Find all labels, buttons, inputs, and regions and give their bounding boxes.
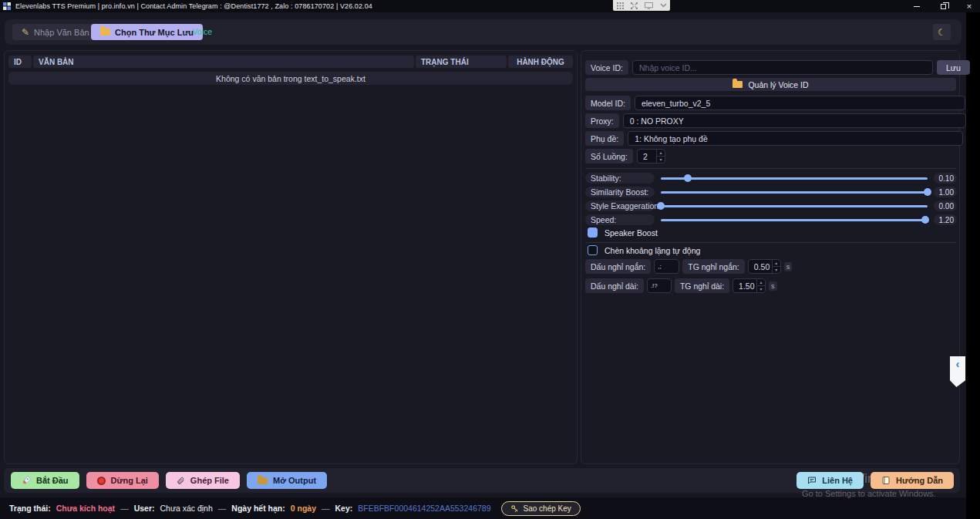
subtitle-select[interactable] <box>628 131 963 146</box>
similarity-label: Similarity Boost: <box>585 187 655 197</box>
speaker-boost-checkbox[interactable] <box>588 227 598 238</box>
stability-value: 0.10 <box>934 173 957 184</box>
model-id-input[interactable] <box>635 96 965 110</box>
threads-stepper[interactable]: ▴ ▾ <box>637 149 665 163</box>
long-time-input[interactable] <box>733 279 756 292</box>
minimize-button[interactable] <box>912 2 921 11</box>
divider <box>585 168 956 169</box>
separator: — <box>322 504 330 513</box>
capture-overlay-toolbar <box>613 0 670 11</box>
similarity-slider[interactable] <box>661 187 928 197</box>
manage-voice-id-button[interactable]: Quản lý Voice ID <box>585 78 956 91</box>
manage-voice-id-label: Quản lý Voice ID <box>748 80 808 89</box>
spin-up-icon[interactable]: ▴ <box>773 260 780 267</box>
separator: — <box>120 504 129 513</box>
window-controls: × <box>912 0 974 12</box>
slider-thumb[interactable] <box>921 216 929 224</box>
open-output-button[interactable]: Mở Output <box>247 472 327 489</box>
style-slider[interactable] <box>661 201 928 211</box>
monitor-icon[interactable] <box>645 2 653 9</box>
short-time-stepper[interactable]: ▴ ▾ <box>748 259 781 274</box>
app-body: ✎ Nhập Văn Bản Chọn Thư Mục Lưu → Voice … <box>0 12 966 519</box>
voice-id-label: Voice ID: <box>585 60 628 75</box>
app-logo-icon <box>3 2 11 10</box>
guide-button[interactable]: Hướng Dẫn <box>871 472 954 489</box>
stability-slider[interactable] <box>661 173 928 184</box>
speed-slider[interactable] <box>661 214 928 225</box>
grid-icon[interactable] <box>617 2 624 9</box>
subtitle-label: Phụ đề: <box>585 131 624 146</box>
spin-down-icon[interactable]: ▾ <box>773 267 780 273</box>
spin-down-icon[interactable]: ▾ <box>757 286 765 292</box>
close-button[interactable]: × <box>965 2 974 11</box>
slider-thumb[interactable] <box>924 188 931 196</box>
guide-label: Hướng Dẫn <box>896 476 943 485</box>
start-label: Bắt Đầu <box>36 476 69 485</box>
divider <box>585 242 956 243</box>
short-pause-label: Dấu nghỉ ngắn: <box>585 259 651 274</box>
stability-slider-row: Stability: 0.10 <box>585 173 957 184</box>
contact-label: Liên Hệ <box>822 476 853 485</box>
copy-key-button[interactable]: Sao chép Key <box>501 501 581 516</box>
spin-up-icon[interactable]: ▴ <box>757 279 765 286</box>
book-icon <box>881 476 891 485</box>
separator: — <box>218 504 227 513</box>
chevron-down-icon[interactable] <box>660 3 667 8</box>
empty-state-message: Không có văn bản trong text_to_speak.txt <box>8 72 573 85</box>
expiry-value: 0 ngày <box>291 504 316 513</box>
style-value: 0.00 <box>934 201 957 211</box>
stability-label: Stability: <box>585 173 655 184</box>
auto-pause-checkbox[interactable] <box>588 245 598 255</box>
short-time-label: TG nghỉ ngắn: <box>682 259 745 274</box>
spin-up-icon[interactable]: ▴ <box>657 150 665 157</box>
merge-file-button[interactable]: Ghép File <box>166 472 240 489</box>
long-pause-input[interactable] <box>647 278 672 293</box>
paperclip-icon <box>177 477 185 485</box>
key-label: Key: <box>335 504 353 513</box>
speaker-boost-label: Speaker Boost <box>605 228 658 238</box>
short-time-input[interactable] <box>749 260 772 273</box>
theme-toggle-button[interactable]: ☾ <box>933 24 951 40</box>
merge-label: Ghép File <box>190 476 229 485</box>
user-label: User: <box>134 504 155 513</box>
header-bar: ✎ Nhập Văn Bản Chọn Thư Mục Lưu → Voice … <box>5 19 961 45</box>
model-id-label: Model ID: <box>585 96 631 110</box>
threads-input[interactable] <box>638 150 656 163</box>
app-window: Elevenlabs TTS Premium | pro.info.vn | C… <box>0 0 980 519</box>
stop-button[interactable]: Dừng Lại <box>86 472 159 489</box>
header-text: VĂN BẢN <box>33 56 414 68</box>
tab-input-text[interactable]: ✎ Nhập Văn Bản <box>12 24 99 40</box>
key-icon <box>510 504 519 513</box>
long-time-label: TG nghỉ dài: <box>675 278 729 293</box>
speed-slider-row: Speed: 1.20 <box>585 214 957 225</box>
folder-icon <box>100 29 110 35</box>
start-button[interactable]: Bắt Đầu <box>11 472 79 489</box>
short-pause-input[interactable] <box>654 259 679 274</box>
similarity-value: 1.00 <box>934 187 957 197</box>
panel-collapse-toggle[interactable]: ‹ <box>950 356 965 387</box>
long-time-stepper[interactable]: ▴ ▾ <box>732 278 766 293</box>
slider-thumb[interactable] <box>684 174 692 182</box>
table-header: ID VĂN BẢN TRẠNG THÁI HÀNH ĐỘNG <box>8 56 573 68</box>
voice-link[interactable]: → Voice <box>182 27 212 36</box>
save-voice-id-button[interactable]: Lưu <box>937 60 970 75</box>
action-bar-right: Liên Hệ Hướng Dẫn <box>796 472 954 489</box>
style-label: Style Exaggeration: <box>585 201 655 211</box>
tab-input-label: Nhập Văn Bản <box>34 28 89 37</box>
action-bar-left: Bắt Đầu Dừng Lại Ghép File Mở Output <box>11 472 327 489</box>
expand-icon[interactable] <box>631 2 638 9</box>
voice-id-input[interactable] <box>632 60 933 75</box>
text-table-panel: ID VĂN BẢN TRẠNG THÁI HÀNH ĐỘNG Không có… <box>4 50 578 464</box>
chevron-left-icon: ‹ <box>956 356 960 372</box>
contact-button[interactable]: Liên Hệ <box>796 472 864 489</box>
spin-down-icon[interactable]: ▾ <box>657 157 665 163</box>
header-id: ID <box>8 56 32 68</box>
style-slider-row: Style Exaggeration: 0.00 <box>585 201 957 211</box>
slider-thumb[interactable] <box>657 202 665 210</box>
folder-icon <box>732 81 743 88</box>
maximize-button[interactable] <box>938 2 948 11</box>
long-pause-label: Dấu nghỉ dài: <box>585 278 644 293</box>
window-title: Elevenlabs TTS Premium | pro.info.vn | C… <box>15 2 372 10</box>
folder-icon <box>258 477 268 484</box>
proxy-input[interactable] <box>623 113 966 128</box>
